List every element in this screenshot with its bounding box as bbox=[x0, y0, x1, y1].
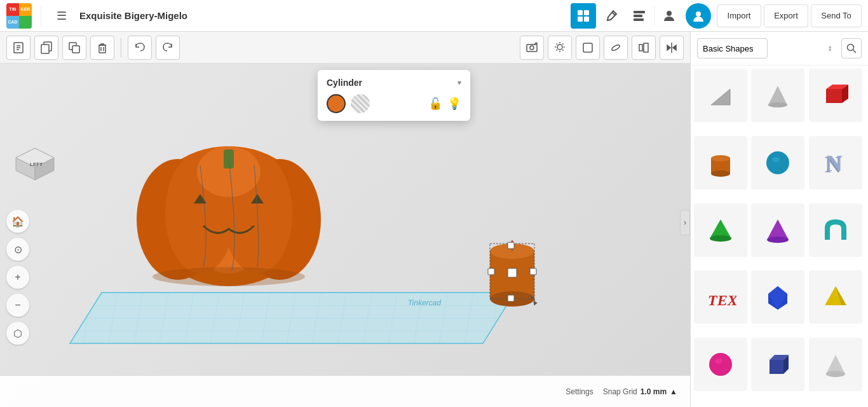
shape-item-grey-cone2[interactable] bbox=[809, 338, 862, 391]
shape-panel-chevron[interactable]: ▾ bbox=[458, 78, 461, 87]
svg-marker-89 bbox=[768, 86, 787, 105]
undo-btn[interactable] bbox=[128, 36, 152, 60]
shape-item-dark-box[interactable] bbox=[751, 338, 804, 391]
snap-grid-value[interactable]: 1.0 mm bbox=[641, 387, 667, 396]
svg-rect-113 bbox=[770, 360, 783, 374]
svg-rect-1 bbox=[584, 10, 589, 15]
bottom-settings-bar: Settings Snap Grid 1.0 mm ▲ bbox=[0, 375, 690, 407]
redo-btn[interactable] bbox=[156, 36, 180, 60]
code-blocks-btn[interactable] bbox=[627, 3, 652, 29]
snap-grid-label: Snap Grid bbox=[603, 387, 637, 396]
svg-text:TEXT: TEXT bbox=[708, 292, 736, 308]
align-btn[interactable] bbox=[632, 36, 656, 60]
export-btn[interactable]: Export bbox=[764, 4, 808, 27]
collapse-panel-btn[interactable]: › bbox=[680, 210, 690, 235]
svg-point-105 bbox=[767, 237, 789, 243]
grid-view-btn[interactable] bbox=[571, 3, 596, 29]
orbit-btn[interactable] bbox=[604, 36, 628, 60]
snap-grid-arrow-btn[interactable]: ▲ bbox=[670, 387, 677, 396]
shape-item-sphere[interactable] bbox=[751, 136, 804, 190]
svg-text:Tinkercad: Tinkercad bbox=[407, 298, 442, 307]
shape-properties-panel: Cylinder ▾ 🔓 💡 bbox=[318, 70, 470, 121]
svg-rect-66 bbox=[508, 242, 514, 249]
svg-rect-20 bbox=[99, 45, 105, 53]
shape-item-yellow-pyramid[interactable] bbox=[809, 270, 862, 324]
svg-rect-0 bbox=[578, 10, 583, 15]
shape-mode-btn[interactable] bbox=[576, 36, 600, 60]
left-tool-panel: 🏠 ⊙ + − ⬡ bbox=[6, 210, 29, 345]
svg-rect-5 bbox=[634, 11, 645, 13]
lock-icon[interactable]: 🔓 bbox=[428, 97, 442, 111]
svg-rect-7 bbox=[634, 18, 644, 21]
profile-btn[interactable] bbox=[686, 3, 711, 29]
perspective-btn[interactable]: ⬡ bbox=[6, 322, 29, 345]
settings-label[interactable]: Settings bbox=[566, 387, 593, 396]
main-toolbar bbox=[0, 32, 690, 64]
shapes-grid: N N TEXT bbox=[691, 66, 868, 407]
add-collaborator-btn[interactable] bbox=[658, 3, 683, 29]
svg-marker-39 bbox=[667, 45, 670, 50]
shape-item-blue-gem[interactable] bbox=[751, 270, 804, 324]
shape-panel-title: Cylinder bbox=[327, 78, 362, 88]
svg-point-8 bbox=[667, 11, 672, 16]
right-panel: Basic Shapes Text & Numbers Connectors bbox=[690, 0, 868, 407]
copy-btn[interactable] bbox=[34, 36, 58, 60]
shape-item-cylinder[interactable] bbox=[694, 136, 747, 190]
svg-marker-40 bbox=[673, 45, 676, 50]
svg-rect-63 bbox=[508, 268, 517, 277]
svg-rect-3 bbox=[584, 17, 589, 22]
import-btn[interactable]: Import bbox=[717, 4, 761, 27]
view-cube[interactable]: LEFT bbox=[10, 132, 60, 183]
snap-grid-container: Snap Grid 1.0 mm ▲ bbox=[603, 387, 677, 396]
svg-point-96 bbox=[711, 170, 730, 177]
svg-point-98 bbox=[772, 157, 780, 162]
hamburger-menu-btn[interactable]: ☰ bbox=[50, 4, 73, 27]
svg-line-32 bbox=[557, 50, 557, 50]
svg-point-97 bbox=[766, 151, 789, 174]
light-btn[interactable] bbox=[548, 36, 572, 60]
zoom-in-btn[interactable]: + bbox=[6, 266, 29, 289]
camera-view-btn[interactable] bbox=[520, 36, 544, 60]
svg-text:N: N bbox=[826, 151, 843, 176]
shapes-category-select[interactable]: Basic Shapes Text & Numbers Connectors bbox=[697, 38, 768, 59]
cylinder-object[interactable] bbox=[480, 238, 544, 308]
svg-point-25 bbox=[557, 45, 562, 50]
svg-rect-91 bbox=[826, 89, 842, 103]
shape-item-letter-n[interactable]: N N bbox=[809, 136, 862, 190]
svg-point-24 bbox=[530, 46, 534, 50]
mirror-btn[interactable] bbox=[660, 36, 684, 60]
shape-item-teal-arch[interactable] bbox=[809, 204, 862, 257]
shape-item-cone-grey[interactable] bbox=[751, 69, 804, 122]
shape-item-text[interactable]: TEXT bbox=[694, 270, 747, 324]
shape-item-ramp[interactable] bbox=[694, 69, 747, 122]
home-view-btn[interactable]: 🏠 bbox=[6, 210, 29, 233]
shape-item-red-box[interactable] bbox=[809, 69, 862, 122]
duplicate-btn[interactable] bbox=[62, 36, 86, 60]
send-to-btn[interactable]: Send To bbox=[811, 4, 862, 27]
shape-item-green-pyramid[interactable] bbox=[694, 204, 747, 257]
svg-line-86 bbox=[853, 50, 857, 53]
hole-swatch[interactable] bbox=[351, 94, 370, 113]
svg-marker-108 bbox=[768, 286, 787, 310]
solid-color-swatch[interactable] bbox=[327, 94, 346, 113]
shape-item-pink-sphere[interactable] bbox=[694, 338, 747, 391]
svg-text:LEFT: LEFT bbox=[30, 162, 43, 167]
search-shapes-btn[interactable] bbox=[841, 38, 862, 59]
build-btn[interactable] bbox=[599, 3, 624, 29]
light-panel-icon[interactable]: 💡 bbox=[447, 97, 461, 111]
svg-point-35 bbox=[611, 43, 620, 51]
tinkercad-logo[interactable]: TIN KER CAD bbox=[6, 3, 32, 29]
svg-rect-6 bbox=[634, 15, 642, 17]
fit-view-btn[interactable]: ⊙ bbox=[6, 238, 29, 261]
svg-point-117 bbox=[826, 371, 845, 377]
shape-item-purple-cone[interactable] bbox=[751, 204, 804, 257]
new-design-btn[interactable] bbox=[6, 36, 31, 60]
pumpkin-object[interactable] bbox=[127, 114, 330, 293]
svg-line-30 bbox=[557, 43, 557, 44]
svg-point-11 bbox=[696, 11, 701, 17]
svg-rect-64 bbox=[488, 268, 494, 275]
zoom-out-btn[interactable]: − bbox=[6, 294, 29, 317]
svg-rect-2 bbox=[578, 17, 583, 22]
svg-line-31 bbox=[562, 50, 563, 50]
delete-btn[interactable] bbox=[90, 36, 114, 60]
